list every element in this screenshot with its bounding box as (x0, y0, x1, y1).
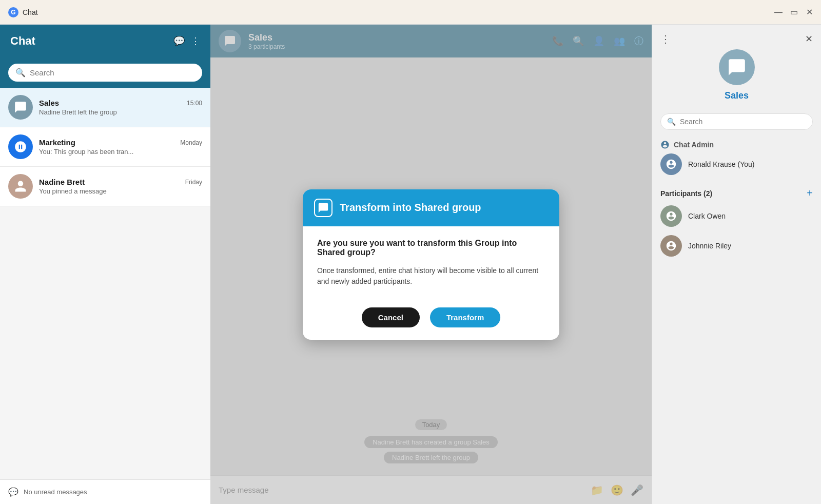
main-chat: Sales 3 participants 📞 🔍 👤 👥 ⓘ Today Nad… (210, 25, 652, 504)
modal-body: Are you sure you want to transform this … (303, 226, 559, 299)
modal-overlay: Transform into Shared group Are you sure… (210, 25, 652, 504)
right-search-box: 🔍 (660, 113, 813, 130)
right-panel: ⋮ ✕ Sales 🔍 Chat Admin Ro (652, 25, 821, 504)
search-icon: 🔍 (15, 68, 26, 77)
panel-close-icon[interactable]: ✕ (805, 33, 813, 45)
participants-list: Clark Owen Johnnie Riley (652, 201, 821, 261)
avatar-clark (660, 205, 682, 227)
chat-name-row-sales: Sales 15:00 (39, 99, 202, 107)
avatar-marketing (8, 134, 33, 159)
transform-modal: Transform into Shared group Are you sure… (303, 189, 559, 340)
sidebar: Chat 💬 ⋮ 🔍 Sales 15:00 (0, 25, 210, 504)
admin-member-name: Ronald Krause (You) (688, 160, 754, 168)
chat-info-marketing: Marketing Monday You: This group has bee… (39, 138, 202, 156)
avatar-sales (8, 95, 33, 120)
app-container: Chat 💬 ⋮ 🔍 Sales 15:00 (0, 25, 821, 504)
no-unread-icon: 💬 (8, 487, 18, 497)
modal-icon (314, 199, 333, 217)
chat-list: Sales 15:00 Nadine Brett left the group … (0, 88, 210, 479)
chat-preview-nadine: You pinned a message (39, 187, 202, 195)
member-johnnie: Johnnie Riley (660, 231, 813, 261)
modal-header: Transform into Shared group (303, 189, 559, 226)
admin-avatar (660, 153, 682, 175)
chat-item-nadine[interactable]: Nadine Brett Friday You pinned a message (0, 167, 210, 206)
chat-name-marketing: Marketing (39, 138, 75, 147)
minimize-button[interactable]: — (775, 9, 782, 16)
chat-item-marketing[interactable]: Marketing Monday You: This group has bee… (0, 127, 210, 167)
chat-name-sales: Sales (39, 99, 59, 107)
sidebar-footer: 💬 No unread messages (0, 479, 210, 504)
member-clark: Clark Owen (660, 201, 813, 231)
app-title: Chat (23, 8, 38, 16)
profile-avatar (719, 49, 755, 85)
new-chat-icon[interactable]: 💬 (173, 35, 185, 47)
cancel-button[interactable]: Cancel (362, 307, 420, 327)
search-input[interactable] (30, 68, 195, 77)
chat-name-nadine: Nadine Brett (39, 178, 85, 186)
chat-name-row-marketing: Marketing Monday (39, 138, 202, 147)
search-container: 🔍 (0, 57, 210, 88)
chat-admin-section: Chat Admin Ronald Krause (You) (652, 134, 821, 182)
search-box: 🔍 (8, 64, 202, 82)
modal-footer: Cancel Transform (303, 299, 559, 340)
profile-name: Sales (725, 90, 749, 101)
more-options-icon[interactable]: ⋮ (191, 35, 200, 47)
transform-button[interactable]: Transform (430, 307, 500, 327)
avatar-johnnie (660, 235, 682, 257)
right-panel-profile: Sales (652, 49, 821, 109)
chat-time-nadine: Friday (185, 179, 202, 186)
participants-title: Participants (2) (660, 189, 712, 198)
member-name-johnnie: Johnnie Riley (688, 242, 731, 250)
sidebar-title: Chat (10, 34, 35, 48)
avatar-nadine (8, 174, 33, 199)
admin-member: Ronald Krause (You) (660, 149, 813, 179)
chat-info-sales: Sales 15:00 Nadine Brett left the group (39, 99, 202, 116)
modal-question: Are you sure you want to transform this … (317, 239, 545, 257)
sidebar-icon-group: 💬 ⋮ (173, 35, 200, 47)
chat-info-nadine: Nadine Brett Friday You pinned a message (39, 178, 202, 195)
panel-more-icon[interactable]: ⋮ (660, 33, 671, 45)
no-unread-text: No unread messages (24, 488, 87, 496)
chat-time-marketing: Monday (180, 139, 202, 146)
app-logo: G (8, 7, 18, 17)
chat-time-sales: 15:00 (187, 100, 202, 107)
title-bar: G Chat — ▭ ✕ (0, 0, 821, 25)
add-participant-icon[interactable]: + (807, 187, 813, 199)
sidebar-header: Chat 💬 ⋮ (0, 25, 210, 57)
modal-title: Transform into Shared group (340, 202, 481, 214)
right-search-input[interactable] (680, 118, 806, 126)
chat-admin-label: Chat Admin (660, 140, 813, 149)
modal-description: Once transformed, entire chat history wi… (317, 265, 545, 287)
window-controls: — ▭ ✕ (775, 9, 813, 16)
chat-name-row-nadine: Nadine Brett Friday (39, 178, 202, 186)
member-name-clark: Clark Owen (688, 212, 726, 220)
chat-preview-sales: Nadine Brett left the group (39, 108, 202, 116)
right-panel-header: ⋮ ✕ (652, 25, 821, 49)
participants-header: Participants (2) + (652, 182, 821, 201)
chat-item-sales[interactable]: Sales 15:00 Nadine Brett left the group (0, 88, 210, 127)
close-button[interactable]: ✕ (806, 9, 813, 16)
chat-preview-marketing: You: This group has been tran... (39, 148, 202, 156)
restore-button[interactable]: ▭ (790, 9, 797, 16)
right-search-icon: 🔍 (667, 118, 676, 126)
right-panel-search: 🔍 (652, 109, 821, 134)
